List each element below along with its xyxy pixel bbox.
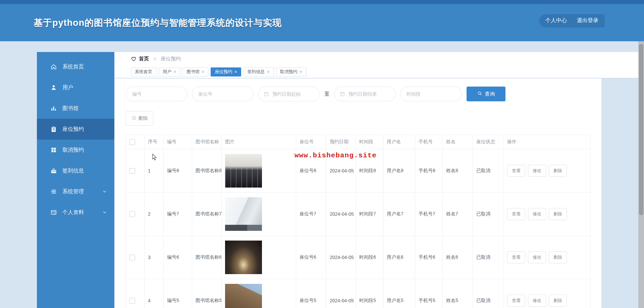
column-header: 序号: [145, 135, 164, 149]
dark-interior-photo: [225, 241, 262, 274]
cell-slot: 时间段7: [356, 193, 383, 236]
tab-close-icon[interactable]: ×: [173, 69, 176, 74]
breadcrumb-current: 座位预约: [161, 56, 181, 62]
clipboard-icon: [50, 126, 57, 133]
cell-index: 2: [145, 193, 164, 236]
tab-close-icon[interactable]: ×: [267, 69, 270, 74]
cell-actions: 查看修改删除: [504, 236, 591, 279]
tab-图书馆[interactable]: 图书馆×: [182, 67, 208, 76]
search-input[interactable]: [406, 91, 456, 97]
search-input[interactable]: [348, 91, 390, 97]
tab-label: 座位预约: [215, 69, 232, 75]
tab-座位预约[interactable]: 座位预约×: [211, 67, 241, 76]
personal-center-link[interactable]: 个人中心: [545, 17, 567, 24]
row-action-删除[interactable]: 删除: [549, 251, 567, 263]
cell-photo: [222, 149, 296, 193]
tab-close-icon[interactable]: ×: [234, 69, 237, 74]
list-icon: [50, 188, 57, 195]
sidebar-item[interactable]: 系统首页: [37, 56, 114, 77]
logout-link[interactable]: 退出登录: [577, 17, 598, 24]
cell-date: 2024-04-05: [326, 279, 356, 308]
sidebar-item[interactable]: 个人资料: [37, 202, 114, 223]
cell-select: [126, 279, 145, 308]
sidebar-item-label: 系统管理: [62, 188, 84, 195]
query-button[interactable]: 查询: [467, 87, 505, 101]
row-action-查看[interactable]: 查看: [507, 251, 525, 263]
cell-index: 4: [145, 279, 164, 308]
search-field[interactable]: [334, 87, 396, 101]
sidebar-item[interactable]: 图书馆: [37, 98, 114, 119]
delete-button-label: 删除: [139, 115, 148, 121]
row-checkbox[interactable]: [129, 255, 135, 260]
row-action-查看[interactable]: 查看: [507, 165, 525, 177]
row-action-查看[interactable]: 查看: [507, 295, 525, 307]
row-action-删除[interactable]: 删除: [549, 208, 567, 220]
cell-phone: 手机号5: [415, 279, 443, 308]
cell-status: 已取消: [473, 279, 504, 308]
cell-index: 3: [145, 236, 164, 279]
cell-name: 姓名7: [443, 193, 473, 236]
tab-close-icon[interactable]: ×: [300, 69, 302, 74]
cell-slot: 时间段8: [356, 149, 383, 193]
app-header: 基于python的图书馆座位预约与智能管理系统的设计与实现 个人中心 退出登录: [0, 4, 644, 41]
row-checkbox[interactable]: [129, 211, 135, 217]
row-action-查看[interactable]: 查看: [507, 208, 525, 220]
column-header: 编号: [164, 135, 192, 149]
row-checkbox[interactable]: [129, 298, 135, 304]
calendar-icon: [340, 91, 345, 97]
tab-系统首页[interactable]: 系统首页: [131, 67, 156, 76]
delete-button[interactable]: 删除: [126, 111, 153, 126]
row-action-删除[interactable]: 删除: [549, 165, 567, 177]
sidebar-item[interactable]: 座位预约: [37, 119, 114, 140]
column-header: 座位号: [296, 135, 326, 149]
search-input[interactable]: [272, 91, 314, 97]
cell-status: 已取消: [473, 236, 504, 279]
scrollbar-thumb[interactable]: [639, 44, 643, 215]
brown-building-photo: [225, 284, 262, 308]
row-action-删除[interactable]: 删除: [549, 295, 567, 307]
sidebar-item[interactable]: 用户: [37, 77, 114, 98]
search-field[interactable]: [192, 87, 254, 101]
tab-label: 图书馆: [186, 69, 200, 75]
row-checkbox[interactable]: [129, 168, 135, 174]
search-field[interactable]: [400, 87, 462, 101]
row-action-修改[interactable]: 修改: [528, 251, 546, 263]
column-header: 图书馆名称: [192, 135, 222, 149]
tab-label: 取消预约: [280, 69, 298, 75]
cell-status: 已取消: [473, 193, 504, 236]
table-header-row: 序号编号图书馆名称图片座位号预约日期时间段用户名手机号姓名座位状态操作: [126, 135, 591, 149]
sidebar-item[interactable]: 系统管理: [37, 181, 114, 202]
cell-phone: 手机号7: [415, 193, 443, 236]
search-input[interactable]: [198, 91, 248, 97]
search-field[interactable]: [258, 87, 320, 101]
tab-用户[interactable]: 用户×: [159, 67, 180, 76]
sidebar-menu: 系统首页用户图书馆座位预约取消预约签到信息系统管理个人资料: [37, 56, 114, 223]
sidebar-item[interactable]: 签到信息: [37, 160, 114, 181]
page-scrollbar[interactable]: [638, 41, 644, 308]
cell-actions: 查看修改删除: [504, 279, 591, 308]
select-all-checkbox[interactable]: [129, 139, 135, 145]
cell-library: 图书馆名称6: [192, 236, 222, 279]
cell-username: 用户名6: [383, 236, 415, 279]
tab-取消预约[interactable]: 取消预约×: [276, 67, 306, 76]
cell-library: 图书馆名称7: [192, 193, 222, 236]
search-input[interactable]: [131, 91, 182, 97]
column-header: 用户名: [383, 135, 415, 149]
row-action-修改[interactable]: 修改: [528, 165, 546, 177]
cell-date: 2024-04-05: [326, 149, 356, 193]
tab-签到信息[interactable]: 签到信息×: [244, 67, 274, 76]
breadcrumb-home-link[interactable]: 首页: [139, 56, 149, 62]
tab-close-icon[interactable]: ×: [202, 69, 204, 74]
search-field[interactable]: [126, 87, 187, 101]
column-select: [126, 135, 145, 149]
sidebar-item[interactable]: 取消预约: [37, 140, 114, 160]
cell-seat: 座位号5: [296, 279, 326, 308]
cell-date: 2024-04-05: [326, 193, 356, 236]
cell-photo: [222, 279, 296, 308]
cell-actions: 查看修改删除: [504, 193, 591, 236]
row-action-修改[interactable]: 修改: [528, 208, 546, 220]
briefcase-icon: [50, 167, 57, 174]
table-toolbar: 删除: [114, 101, 601, 126]
row-action-修改[interactable]: 修改: [528, 295, 546, 307]
topbar: 首页 座位预约 系统首页用户×图书馆×座位预约×签到信息×取消预约×: [114, 52, 638, 78]
